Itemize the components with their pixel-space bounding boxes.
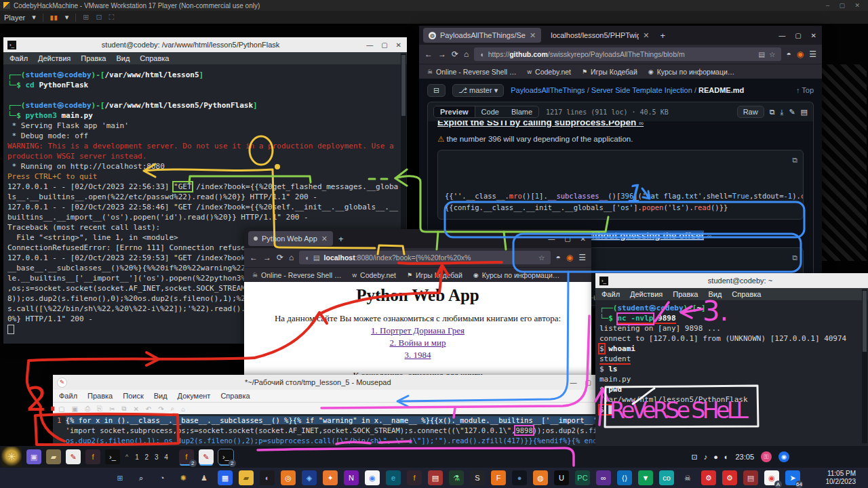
anchor-link-icon[interactable]: ∞: [639, 121, 644, 127]
minimize-icon[interactable]: —: [548, 235, 555, 243]
close-icon[interactable]: ✕: [396, 41, 401, 49]
tab-python-web-app[interactable]: Python Web App ✕: [248, 231, 333, 246]
taskbar-app-icon[interactable]: ▰: [239, 470, 254, 485]
terminal-menu-item[interactable]: Вид: [708, 290, 722, 298]
close-icon[interactable]: ✕: [811, 32, 816, 39]
extension-icon[interactable]: ◉: [566, 253, 573, 262]
fullscreen-icon[interactable]: ⛶: [109, 13, 115, 22]
toolbar-icon[interactable]: ↷: [158, 405, 163, 413]
pause-vm-button[interactable]: ▮▮: [50, 14, 58, 21]
maximize-icon[interactable]: ▢: [795, 32, 801, 39]
home-icon[interactable]: ⌂: [289, 253, 294, 262]
minimize-icon[interactable]: —: [366, 41, 373, 49]
taskbar-app-icon[interactable]: f: [407, 470, 422, 485]
book-link-2[interactable]: 2. Война и мир: [244, 338, 591, 348]
shield-icon[interactable]: ◖: [479, 50, 484, 58]
tab-code[interactable]: Code: [475, 106, 505, 117]
pocket-icon[interactable]: ◓: [787, 49, 791, 59]
forward-icon[interactable]: →: [263, 253, 271, 262]
bookmark-item[interactable]: wCodeby.net: [528, 68, 571, 76]
taskbar-app-icon[interactable]: ◍: [533, 470, 548, 485]
url-bar[interactable]: ◖ ▤ localhost:8080/index?book={%%20for%2…: [299, 251, 550, 264]
home-icon[interactable]: ⌂: [464, 49, 469, 59]
tab-preview[interactable]: Preview: [434, 106, 475, 117]
reader-icon[interactable]: ▤: [758, 50, 765, 58]
tab-close-icon[interactable]: ✕: [643, 31, 649, 40]
mousepad-titlebar[interactable]: ✎ *~/Рабочий стол/tmp_lesson_5 - Mousepa…: [53, 375, 597, 390]
breadcrumb[interactable]: PayloadsAllTheThings / Server Side Templ…: [511, 86, 744, 94]
back-to-top-link[interactable]: ↑ Top: [796, 86, 814, 94]
send-keys-icon[interactable]: ⊞: [83, 13, 89, 22]
taskbar-app-icon[interactable]: ◐: [260, 470, 275, 485]
maximize-icon[interactable]: ▢: [585, 379, 591, 386]
page-icon[interactable]: ▤: [313, 253, 320, 262]
tray-icon[interactable]: ♪: [704, 453, 708, 462]
tab-close-icon[interactable]: ✕: [530, 31, 536, 40]
bookmark-item[interactable]: wCodeby.net: [353, 271, 396, 279]
taskbar-app-icon[interactable]: ⟨⟩: [617, 470, 632, 485]
terminal-menu-item[interactable]: Справка: [140, 54, 169, 62]
book-link-1[interactable]: 1. Портрет Дориана Грея: [244, 325, 591, 336]
toolbar-icon[interactable]: ⌂: [181, 405, 185, 413]
bookmark-star-icon[interactable]: ☆: [538, 253, 545, 262]
taskbar-app-icon[interactable]: N: [344, 470, 359, 485]
running-app-icon[interactable]: f2: [179, 449, 194, 464]
running-app-icon[interactable]: ✎: [199, 449, 214, 464]
toolbar-icon[interactable]: ▣: [71, 405, 77, 413]
terminal-scrollbar[interactable]: [862, 289, 867, 443]
url-bar[interactable]: ◖ https://github.com/swisskyrepo/Payload…: [474, 47, 781, 61]
taskbar-app-icon[interactable]: ◎: [281, 470, 296, 485]
back-icon[interactable]: ←: [250, 253, 258, 262]
taskbar-app-icon[interactable]: ▤: [743, 470, 758, 485]
hamburger-menu-icon[interactable]: ☰: [578, 253, 586, 262]
launcher-icon[interactable]: ▣: [26, 449, 41, 464]
maximize-icon[interactable]: ▢: [381, 41, 387, 49]
minimize-icon[interactable]: —: [778, 32, 785, 39]
player-caret-icon[interactable]: ▾: [32, 13, 36, 22]
terminal-menu-item[interactable]: Правка: [673, 290, 698, 298]
copy-code-icon[interactable]: ⧉: [792, 252, 797, 264]
raw-button[interactable]: Raw: [737, 106, 764, 118]
bookmark-item[interactable]: ☠Online - Reverse Shell …: [427, 68, 517, 76]
mousepad-menu-item[interactable]: Поиск: [123, 392, 143, 400]
pocket-icon[interactable]: ◓: [556, 253, 561, 262]
mousepad-menu-item[interactable]: Вид: [154, 392, 167, 400]
tray-app-icon[interactable]: ◉: [778, 451, 789, 462]
taskbar-app-icon[interactable]: e: [386, 470, 401, 485]
taskbar-app-icon[interactable]: ☠: [680, 470, 695, 485]
unity-icon[interactable]: ⊡: [96, 13, 102, 22]
terminal-menu-item[interactable]: Справка: [732, 290, 761, 298]
taskbar-app-icon[interactable]: ✦: [323, 470, 338, 485]
vmware-window-controls[interactable]: ‒ ▢ ✕: [826, 2, 864, 9]
terminal-menu-item[interactable]: Вид: [116, 54, 130, 62]
toolbar-icon[interactable]: ✂: [109, 405, 115, 413]
taskbar-app-icon[interactable]: ∞: [596, 470, 611, 485]
toolbar-icon[interactable]: ✕: [133, 405, 138, 413]
taskbar-app-icon[interactable]: ⚙: [701, 470, 716, 485]
taskbar-app-icon[interactable]: ◈: [302, 470, 317, 485]
mousepad-menu-item[interactable]: Файл: [59, 392, 77, 400]
tab-localhost-phptwig[interactable]: localhost/lesson5/PHPTwigI ✕: [545, 28, 654, 43]
anchor-link-icon[interactable]: ∞: [707, 232, 711, 240]
launcher-icon[interactable]: ▰: [46, 449, 61, 464]
taskbar-app-icon[interactable]: S: [470, 470, 485, 485]
toolbar-icon[interactable]: ▢: [58, 405, 64, 413]
branch-selector[interactable]: ⎇ master ▾: [452, 84, 504, 97]
terminal-menu-item[interactable]: Действия: [630, 290, 663, 298]
launcher-icon[interactable]: f: [85, 449, 100, 464]
taskbar-app-icon[interactable]: U: [554, 470, 569, 485]
back-icon[interactable]: ←: [425, 49, 433, 59]
keyboard-lock-icon[interactable]: ⚿: [761, 451, 772, 462]
terminal-titlebar[interactable]: ›_ student@codeby: ~: [595, 273, 868, 288]
outline-icon[interactable]: ▤: [801, 108, 808, 117]
pause-caret-icon[interactable]: ▾: [65, 13, 69, 22]
new-tab-button[interactable]: +: [338, 234, 344, 244]
taskbar-app-icon[interactable]: PC: [575, 470, 590, 485]
book-link-3[interactable]: 3. 1984: [244, 350, 591, 361]
terminal-menu-item[interactable]: Правка: [81, 54, 106, 62]
editor-content[interactable]: 1 {% for x in ().__class__.__base__.__su…: [53, 414, 597, 446]
taskbar-app-icon[interactable]: ◉A: [764, 470, 779, 485]
maximize-icon[interactable]: ▢: [564, 235, 570, 243]
bookmark-item[interactable]: ◉Курсы по информаци…: [473, 271, 560, 279]
mousepad-menu-item[interactable]: Правка: [87, 392, 113, 400]
